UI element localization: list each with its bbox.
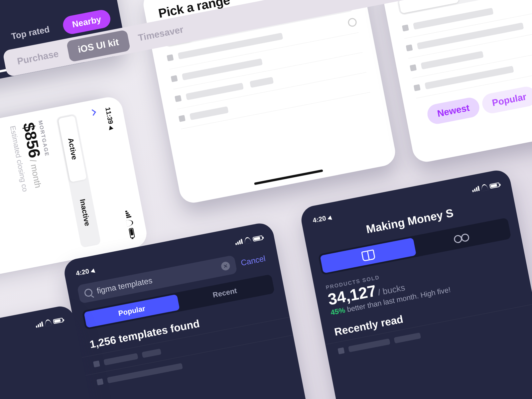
stats-card: 4:20 Making Money S PRODUCTS SOLD 34,127… [299, 168, 532, 399]
signal-icon [125, 210, 131, 218]
battery-icon [489, 182, 500, 189]
home-indicator[interactable] [254, 169, 323, 185]
seg-inactive[interactable]: Inactive [70, 179, 99, 246]
battery-icon [129, 228, 135, 238]
cancel-button[interactable]: Cancel [237, 249, 270, 273]
list-card-right: Newest Popular [380, 0, 532, 164]
wifi-icon [126, 219, 134, 227]
seg-active[interactable]: Active [58, 115, 87, 182]
battery-icon [53, 318, 64, 324]
search-icon [84, 288, 93, 297]
status-time: 11:39 [104, 107, 114, 125]
book-icon [361, 249, 375, 262]
glasses-icon [453, 233, 469, 242]
battery-icon [252, 235, 263, 241]
status-bar: 11:39 [104, 107, 137, 239]
clear-icon[interactable] [220, 261, 230, 271]
mortgage-unit: / month [28, 159, 43, 189]
status-time: 4:20 [312, 214, 327, 224]
signal-icon [35, 321, 43, 328]
location-icon [109, 126, 114, 131]
signal-icon [471, 186, 479, 192]
filter-pill-popular[interactable]: Popular [480, 85, 532, 115]
radio-icon[interactable] [347, 17, 357, 27]
location-icon [328, 215, 333, 220]
signal-icon [235, 239, 243, 245]
location-icon [91, 268, 96, 273]
wifi-icon [244, 236, 251, 244]
wifi-icon [44, 319, 52, 327]
back-chevron-icon[interactable] [89, 109, 96, 116]
filter-pill-newest[interactable]: Newest [426, 96, 481, 126]
wifi-icon [480, 184, 488, 191]
